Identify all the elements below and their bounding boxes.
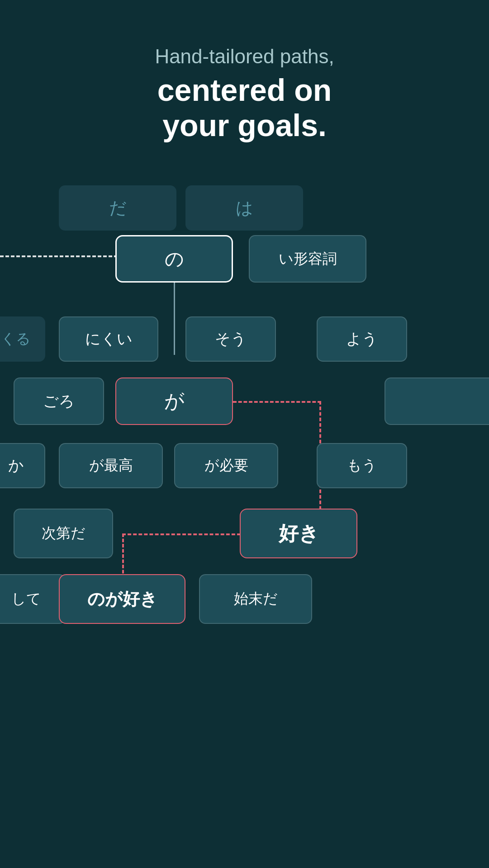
card-sou[interactable]: そう [185,316,276,362]
card-goro[interactable]: ごろ [14,377,104,425]
card-shimatsu-da[interactable]: 始末だ [199,574,312,624]
dashed-line-left [0,255,118,257]
dashed-line-suki-left [122,533,241,535]
header-title: centered on your goals. [36,72,453,143]
dashed-line-ga-right [233,401,321,403]
card-ga-hitsuyou[interactable]: が必要 [174,443,278,488]
card-shite[interactable]: して [0,574,66,624]
card-jidai-da[interactable]: 次第だ [14,509,113,558]
card-da[interactable]: だ [59,185,176,231]
card-suki[interactable]: 好き [240,509,357,558]
card-ka[interactable]: か [0,443,45,488]
dashed-line-suki-down [122,533,124,579]
card-mou[interactable]: もう [317,443,407,488]
card-kuru[interactable]: くる [0,316,45,362]
card-ga-saikou[interactable]: が最高 [59,443,163,488]
header-title-line2: your goals. [162,108,327,142]
card-right1[interactable] [385,377,489,425]
card-you[interactable]: よう [317,316,407,362]
card-nikui[interactable]: にくい [59,316,158,362]
connector-no-ga [174,283,175,355]
header-subtitle: Hand-tailored paths, [36,45,453,68]
card-i-keiyoshi[interactable]: い形容詞 [249,235,366,283]
card-wa[interactable]: は [185,185,303,231]
card-no[interactable]: の [115,235,233,283]
header-section: Hand-tailored paths, centered on your go… [0,0,489,170]
header-title-line1: centered on [157,73,332,107]
card-no-ga-suki[interactable]: のが好き [59,574,185,624]
diagram-area: だ は の い形容詞 くる にくい そう よう ごろ が か [0,172,489,868]
card-ga[interactable]: が [115,377,233,425]
